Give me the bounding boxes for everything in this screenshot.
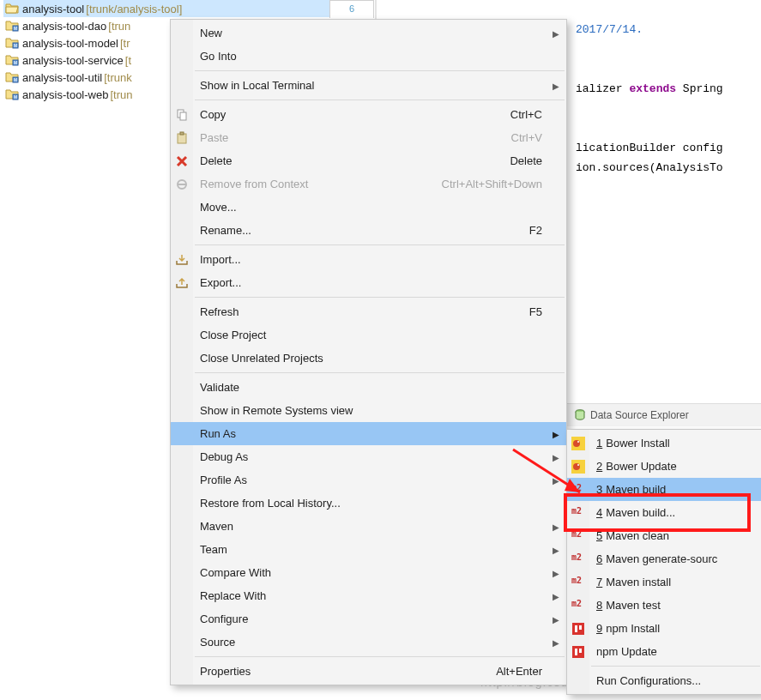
menu-item[interactable]: Show in Local Terminal▶: [171, 74, 566, 97]
menu-separator: [195, 100, 565, 100]
submenu-item[interactable]: m26 Maven generate-sourc: [567, 547, 761, 570]
submenu-item[interactable]: m27 Maven install: [567, 570, 761, 594]
run-as-submenu[interactable]: 1 Bower Install2 Bower Updatem23 Maven b…: [566, 429, 761, 695]
menu-item[interactable]: Rename...F2: [171, 219, 566, 242]
menu-item[interactable]: Restore from Local History...: [171, 492, 566, 515]
context-menu[interactable]: New▶Go IntoShow in Local Terminal▶CopyCt…: [170, 19, 567, 685]
project-name: analysis-tool-model: [22, 37, 118, 50]
svg-point-24: [577, 464, 579, 466]
submenu-item-label: Maven build: [606, 483, 666, 496]
menu-item-label: Go Into: [200, 50, 237, 63]
project-name: analysis-tool: [22, 3, 84, 15]
paste-icon: [175, 131, 189, 145]
views-tabstrip[interactable]: Data Source Explorer: [566, 403, 761, 426]
maven-icon: m2: [571, 599, 585, 612]
submenu-arrow-icon: ▶: [553, 637, 559, 647]
menu-item[interactable]: Move...: [171, 196, 566, 219]
menu-shortcut: Alt+Enter: [496, 665, 558, 678]
menu-item-label: Import...: [200, 253, 241, 266]
submenu-item-label: npm Install: [606, 622, 660, 635]
menu-separator: [195, 244, 565, 245]
menu-item[interactable]: Go Into: [171, 45, 566, 68]
menu-item-label: Rename...: [200, 224, 251, 237]
submenu-arrow-icon: ▶: [553, 545, 559, 554]
submenu-item[interactable]: m24 Maven build...: [567, 501, 761, 524]
menu-item[interactable]: Maven▶: [171, 515, 566, 538]
menu-item[interactable]: Profile As▶: [171, 468, 566, 492]
maven-icon: m2: [571, 483, 585, 497]
menu-item-label: Show in Local Terminal: [200, 79, 314, 92]
svg-rect-14: [180, 132, 184, 135]
menu-item[interactable]: Show in Remote Systems view: [171, 399, 566, 422]
menu-item-label: Close Project: [200, 329, 266, 341]
submenu-item[interactable]: Run Configurations...: [567, 669, 761, 692]
submenu-item[interactable]: m23 Maven build: [567, 478, 761, 501]
project-repo-decoration: [tr: [120, 37, 130, 50]
project-icon: M: [5, 19, 19, 33]
accelerator-number: 7: [596, 576, 602, 588]
menu-separator: [195, 297, 565, 298]
svg-text:M: M: [14, 43, 17, 48]
menu-shortcut: Ctrl+V: [511, 131, 558, 144]
accelerator-number: 8: [596, 599, 602, 612]
submenu-item[interactable]: 9 npm Install: [567, 617, 761, 640]
svg-text:M: M: [14, 77, 17, 82]
menu-item[interactable]: Team▶: [171, 538, 566, 561]
project-item[interactable]: analysis-tool[trunk/analysis-tool]: [3, 0, 329, 17]
menu-separator: [591, 666, 760, 667]
delete-icon: [175, 154, 189, 168]
accelerator-number: 3: [596, 483, 602, 496]
menu-item[interactable]: PropertiesAlt+Enter: [171, 660, 566, 683]
menu-item-label: Team: [200, 543, 227, 556]
menu-item[interactable]: Replace With▶: [171, 584, 566, 607]
menu-item[interactable]: DeleteDelete: [171, 149, 566, 172]
menu-item-label: Compare With: [200, 566, 271, 579]
menu-item[interactable]: Source▶: [171, 631, 566, 654]
data-source-explorer-tab[interactable]: Data Source Explorer: [566, 405, 696, 425]
menu-item-label: Run As: [200, 427, 236, 440]
submenu-arrow-icon: ▶: [553, 81, 559, 90]
submenu-arrow-icon: ▶: [553, 568, 559, 577]
submenu-item[interactable]: 1 Bower Install: [567, 431, 761, 455]
project-name: analysis-tool-web: [22, 88, 108, 101]
svg-rect-26: [575, 625, 577, 632]
menu-item-label: Configure: [200, 612, 248, 625]
menu-item[interactable]: New▶: [171, 21, 566, 45]
menu-item[interactable]: Close Unrelated Projects: [171, 347, 566, 370]
accelerator-number: 1: [596, 437, 602, 450]
project-icon: M: [5, 88, 19, 101]
menu-item[interactable]: Import...: [171, 248, 566, 271]
menu-item[interactable]: Debug As▶: [171, 445, 566, 468]
submenu-item[interactable]: 2 Bower Update: [567, 455, 761, 478]
submenu-item[interactable]: m25 Maven clean: [567, 524, 761, 547]
project-repo-decoration: [trun: [110, 88, 132, 101]
remove-icon: [175, 178, 189, 191]
menu-item[interactable]: Validate: [171, 376, 566, 399]
submenu-item-label: Run Configurations...: [596, 674, 701, 687]
menu-separator: [195, 656, 565, 657]
editor-tab[interactable]: 6: [329, 0, 374, 18]
submenu-item-label: Bower Install: [606, 437, 669, 450]
project-icon: M: [5, 53, 19, 67]
project-name: analysis-tool-service: [22, 54, 124, 67]
project-repo-decoration: [t: [125, 54, 131, 67]
menu-item[interactable]: Run As▶: [171, 422, 566, 445]
menu-item-label: Show in Remote Systems view: [200, 404, 353, 417]
menu-item[interactable]: CopyCtrl+C: [171, 103, 566, 126]
submenu-item[interactable]: npm Update: [567, 640, 761, 663]
svg-rect-30: [579, 649, 582, 653]
submenu-arrow-icon: ▶: [553, 429, 559, 438]
svg-text:M: M: [14, 26, 17, 31]
menu-item[interactable]: Compare With▶: [171, 561, 566, 584]
menu-item[interactable]: Export...: [171, 271, 566, 294]
project-icon: M: [5, 70, 19, 84]
submenu-item[interactable]: m28 Maven test: [567, 594, 761, 617]
menu-item-label: Debug As: [200, 450, 248, 463]
menu-item[interactable]: Configure▶: [171, 607, 566, 631]
submenu-item-label: Maven clean: [606, 529, 669, 542]
menu-item[interactable]: Close Project: [171, 323, 566, 347]
menu-item-label: Profile As: [200, 474, 247, 486]
menu-item[interactable]: RefreshF5: [171, 300, 566, 323]
maven-icon: m2: [571, 576, 585, 589]
submenu-arrow-icon: ▶: [553, 591, 559, 600]
